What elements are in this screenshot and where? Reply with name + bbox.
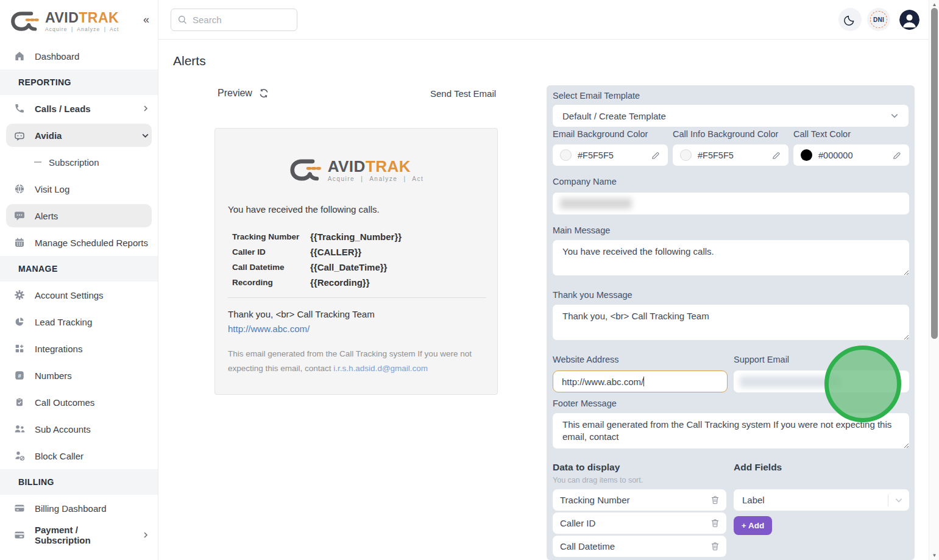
template-select-value: Default / Create Template xyxy=(562,111,666,121)
sidebar-item-payment-subscription[interactable]: Payment / Subscription xyxy=(0,522,158,548)
svg-text:#: # xyxy=(18,372,21,379)
email-preview-card: AVIDTRAK Acquire | Analyze | Act You hav… xyxy=(214,128,498,395)
sidebar-item-manage-scheduled-reports[interactable]: Manage Scheduled Reports xyxy=(0,229,158,256)
sidebar-item-lead-tracking[interactable]: Lead Tracking xyxy=(0,308,158,335)
field-label: Caller ID xyxy=(232,247,310,257)
call-text-color-label: Call Text Color xyxy=(793,129,851,139)
clipboard-check-icon xyxy=(13,396,26,408)
pie-icon xyxy=(13,316,26,328)
scrollbar-thumb[interactable] xyxy=(931,8,938,339)
data-item-caller-id[interactable]: Caller ID xyxy=(553,512,726,534)
sidebar-item-call-outcomes[interactable]: Call Outcomes xyxy=(0,389,158,416)
refresh-icon[interactable] xyxy=(258,88,269,99)
edit-pencil-icon[interactable] xyxy=(771,151,781,160)
text-cursor xyxy=(643,377,644,386)
edit-pencil-icon[interactable] xyxy=(892,151,902,160)
trash-icon[interactable] xyxy=(710,518,720,528)
sidebar-item-calls-leads[interactable]: Calls / Leads xyxy=(0,95,158,122)
website-address-value: http://www.abc.com/ xyxy=(562,377,643,387)
brand-logo: AVIDTRAK Acquire | Analyze | Act « xyxy=(0,0,158,43)
sidebar-item-subscription[interactable]: Subscription xyxy=(0,149,158,175)
sidebar-item-visit-log[interactable]: Visit Log xyxy=(0,175,158,202)
users-icon xyxy=(13,423,26,435)
email-logo: AVIDTRAK Acquire | Analyze | Act xyxy=(215,157,497,183)
sidebar-item-avidia[interactable]: Avidia xyxy=(0,122,158,149)
thank-you-message-textarea[interactable]: Thank you, <br> Call Tracking Team xyxy=(553,305,909,340)
section-label: MANAGE xyxy=(18,264,58,274)
footer-message-textarea[interactable]: This email generated from the Call Track… xyxy=(553,413,909,448)
email-bg-color-field[interactable]: #F5F5F5 xyxy=(553,144,668,166)
dni-button[interactable]: DNI xyxy=(867,8,890,31)
data-item-tracking-number[interactable]: Tracking Number xyxy=(553,489,726,511)
scroll-down-icon[interactable]: ▼ xyxy=(929,553,939,558)
footer-email-link[interactable]: i.r.s.h.adsid.d@gmail.com xyxy=(333,364,428,373)
sidebar-item-alerts[interactable]: Alerts xyxy=(0,202,158,229)
sidebar-item-label: Manage Scheduled Reports xyxy=(35,238,148,248)
email-footer-text: This email generated from the Call Track… xyxy=(228,347,479,376)
email-website-link[interactable]: http://www.abc.com/ xyxy=(228,324,310,334)
website-address-label: Website Address xyxy=(553,355,619,364)
color-swatch[interactable] xyxy=(560,149,572,161)
field-value: {{CALLER}} xyxy=(310,247,361,257)
table-row: Caller ID{{CALLER}} xyxy=(232,244,402,260)
data-to-display-hint: You can drag items to sort. xyxy=(553,476,643,484)
search-input[interactable] xyxy=(193,15,284,25)
sidebar-item-label: Visit Log xyxy=(35,184,69,194)
company-name-label: Company Name xyxy=(553,177,617,186)
brand-name: AVIDTRAK Acquire | Analyze | Act xyxy=(45,11,119,32)
color-value: #000000 xyxy=(818,151,852,160)
sidebar-item-label: Avidia xyxy=(35,130,62,141)
scroll-up-icon[interactable]: ▲ xyxy=(929,2,939,7)
template-select[interactable]: Default / Create Template xyxy=(553,105,909,127)
sidebar-item-label: Account Settings xyxy=(35,290,104,300)
brand-word-primary: AVID xyxy=(45,10,79,26)
sidebar-item-dashboard[interactable]: Dashboard xyxy=(0,43,158,69)
website-address-input[interactable]: http://www.abc.com/ xyxy=(553,370,728,392)
data-item-call-datetime[interactable]: Call Datetime xyxy=(553,536,726,557)
data-item-label: Caller ID xyxy=(560,518,595,528)
sidebar-item-billing-dashboard[interactable]: Billing Dashboard xyxy=(0,495,158,522)
field-value: {{Recording}} xyxy=(310,277,370,288)
search-box[interactable] xyxy=(171,9,297,31)
main-message-textarea[interactable]: You have received the following calls. xyxy=(553,240,909,275)
color-swatch[interactable] xyxy=(680,149,692,161)
support-email-input[interactable] xyxy=(734,370,909,392)
call-text-color-field[interactable]: #000000 xyxy=(793,144,909,166)
edit-pencil-icon[interactable] xyxy=(651,151,661,160)
divider xyxy=(228,297,486,298)
chevron-down-icon xyxy=(890,112,899,120)
sidebar-item-account-settings[interactable]: Account Settings xyxy=(0,282,158,308)
support-email-label: Support Email xyxy=(734,355,789,364)
add-field-dropdown[interactable]: Label xyxy=(734,489,909,511)
sidebar-item-label: Dashboard xyxy=(35,51,79,62)
field-label: Recording xyxy=(232,278,310,287)
add-field-button[interactable]: + Add xyxy=(734,516,772,535)
sidebar-item-block-caller[interactable]: Block Caller xyxy=(0,442,158,469)
page-scrollbar[interactable]: ▲ ▼ xyxy=(929,0,939,560)
sidebar-item-label: Numbers xyxy=(35,370,72,381)
table-row: Tracking Number{{Tracking_Number}} xyxy=(232,229,402,244)
trash-icon[interactable] xyxy=(710,495,720,505)
sidebar-item-numbers[interactable]: # Numbers xyxy=(0,362,158,389)
email-intro-text: You have received the following calls. xyxy=(228,204,380,214)
trash-icon[interactable] xyxy=(710,541,720,551)
phone-icon xyxy=(13,102,26,115)
call-info-bg-color-field[interactable]: #F5F5F5 xyxy=(673,144,788,166)
sidebar-item-sub-accounts[interactable]: Sub Accounts xyxy=(0,416,158,442)
data-item-label: Tracking Number xyxy=(560,495,629,505)
user-avatar[interactable] xyxy=(899,10,920,30)
brand-word-primary: AVID xyxy=(328,157,366,175)
brand-word-secondary: TRAK xyxy=(366,157,411,175)
email-template-panel: Select Email Template Default / Create T… xyxy=(547,85,915,560)
sidebar-collapse-icon[interactable]: « xyxy=(143,13,149,26)
sidebar-item-integrations[interactable]: Integrations xyxy=(0,335,158,362)
sidebar-section-reporting: REPORTING xyxy=(0,69,158,95)
table-row: Call Datetime{{Call_DateTime}} xyxy=(232,260,402,275)
dark-mode-toggle[interactable] xyxy=(838,8,862,31)
sidebar-item-label: Block Caller xyxy=(35,451,83,461)
footer-message-label: Footer Message xyxy=(553,399,617,408)
color-swatch[interactable] xyxy=(801,149,812,161)
send-test-email-link[interactable]: Send Test Email xyxy=(430,88,496,99)
company-name-input[interactable] xyxy=(553,193,909,214)
add-button-label: + Add xyxy=(742,521,764,530)
